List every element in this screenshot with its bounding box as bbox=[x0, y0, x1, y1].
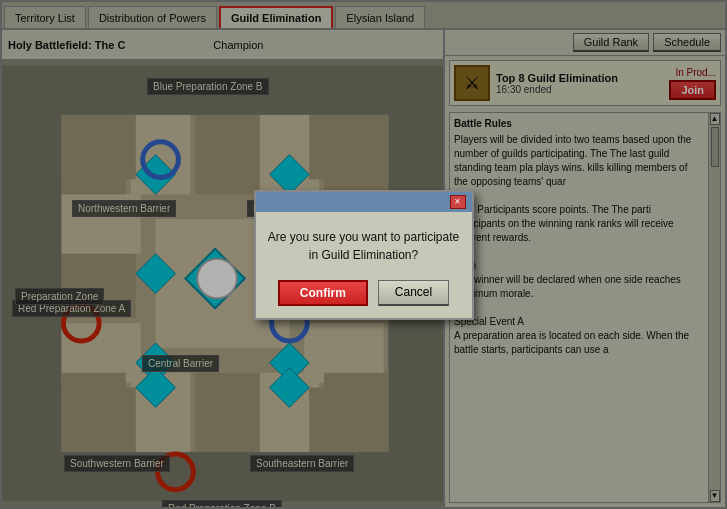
modal-titlebar: × bbox=[256, 192, 472, 212]
main-window: Territory List Distribution of Powers Gu… bbox=[0, 0, 727, 509]
modal-body: Are you sure you want to participate in … bbox=[256, 212, 472, 272]
modal-message: Are you sure you want to participate in … bbox=[268, 230, 459, 262]
modal-buttons: Confirm Cancel bbox=[256, 272, 472, 318]
modal-overlay: × Are you sure you want to participate i… bbox=[0, 0, 727, 509]
modal-cancel-button[interactable]: Cancel bbox=[378, 280, 449, 306]
modal-close-button[interactable]: × bbox=[450, 195, 466, 209]
modal-confirm-button[interactable]: Confirm bbox=[278, 280, 368, 306]
confirm-modal: × Are you sure you want to participate i… bbox=[254, 190, 474, 320]
